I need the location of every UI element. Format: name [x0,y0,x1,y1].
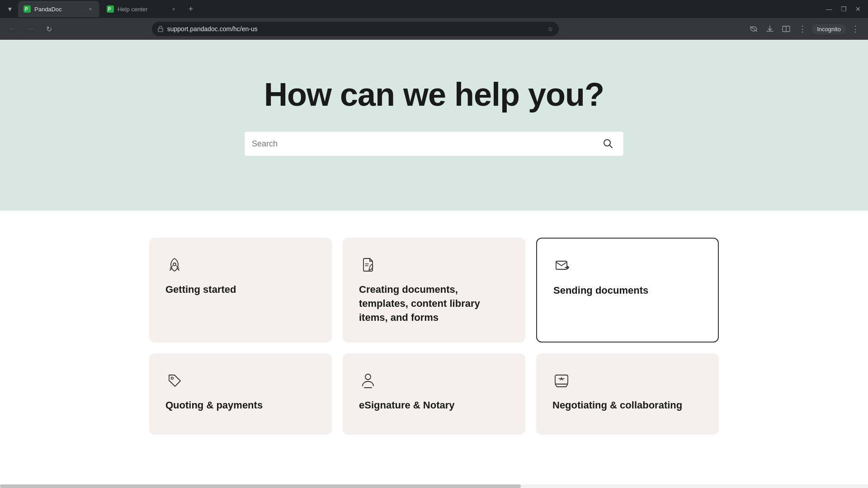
search-input[interactable] [252,139,594,149]
bottom-scrollbar[interactable] [0,484,868,488]
tab-helpcenter-close[interactable]: × [170,5,177,13]
tab-bar: ▼ P PandaDoc × P Help center × [0,0,868,18]
card-esignature-notary[interactable]: eSignature & Notary [343,353,525,435]
cards-grid: Getting started Creating documents, temp… [149,238,719,435]
address-bar: ← → ↻ support.pandadoc.com/hc/en-us ☆ [0,18,868,40]
close-button[interactable]: ✕ [852,3,864,15]
svg-text:P: P [25,7,28,12]
svg-line-5 [750,26,757,32]
card-getting-started[interactable]: Getting started [149,238,332,343]
more-tools-icon[interactable]: ⋮ [795,22,810,36]
card-sending-documents-title: Sending documents [553,284,702,298]
tab-helpcenter[interactable]: P Help center × [101,1,183,17]
tag-icon [165,371,184,389]
profile-button[interactable]: Incognito [811,24,846,34]
card-creating-documents-title: Creating documents, templates, content l… [359,283,509,324]
svg-rect-4 [158,28,163,32]
window-controls: — ❐ ✕ [823,3,864,15]
forward-button[interactable]: → [24,22,38,36]
card-negotiating-collaborating-title: Negotiating & collaborating [552,399,703,413]
page-content: How can we help you? [0,40,868,453]
back-button[interactable]: ← [5,22,20,36]
card-getting-started-title: Getting started [165,283,316,297]
svg-text:P: P [108,7,111,12]
svg-point-10 [173,263,176,266]
collaborate-icon [552,371,571,389]
tab-pandadoc[interactable]: P PandaDoc × [18,1,99,17]
esignature-icon [359,371,377,389]
new-tab-button[interactable]: + [184,3,197,15]
security-icon [157,26,164,32]
tab-helpcenter-label: Help center [118,6,166,13]
document-edit-icon [359,256,377,274]
url-text: support.pandadoc.com/hc/en-us [167,25,544,33]
svg-point-16 [365,374,371,380]
card-creating-documents[interactable]: Creating documents, templates, content l… [343,238,525,343]
svg-line-9 [610,145,613,148]
svg-point-15 [171,377,174,380]
cards-section: Getting started Creating documents, temp… [0,211,868,453]
tab-nav-dropdown[interactable]: ▼ [4,3,16,15]
browser-chrome: ▼ P PandaDoc × P Help center × [0,0,868,40]
tab-helpcenter-favicon: P [107,5,114,13]
search-bar[interactable] [244,131,624,156]
card-quoting-payments-title: Quoting & payments [165,399,316,413]
refresh-button[interactable]: ↻ [42,22,56,36]
hide-icon[interactable] [746,22,761,36]
card-esignature-notary-title: eSignature & Notary [359,399,509,413]
toolbar-icons: ⋮ Incognito ⋮ [746,22,863,36]
tab-pandadoc-close[interactable]: × [87,5,94,13]
minimize-button[interactable]: — [823,3,835,15]
tab-pandadoc-label: PandaDoc [34,6,83,13]
url-bar[interactable]: support.pandadoc.com/hc/en-us ☆ [152,22,559,36]
hero-section: How can we help you? [0,40,868,211]
maximize-button[interactable]: ❐ [837,3,850,15]
rocket-icon [165,256,184,274]
card-sending-documents[interactable]: Sending documents [536,238,719,343]
card-negotiating-collaborating[interactable]: Negotiating & collaborating [536,353,719,435]
tab-pandadoc-favicon: P [24,5,31,13]
star-icon[interactable]: ☆ [547,25,553,33]
scrollbar-thumb[interactable] [0,484,521,488]
search-button[interactable] [600,136,616,152]
email-send-icon [553,257,571,275]
svg-rect-18 [555,375,568,384]
hero-title: How can we help you? [264,76,604,113]
extensions-icon[interactable]: ⋮ [848,22,863,36]
split-view-icon[interactable] [779,22,793,36]
card-quoting-payments[interactable]: Quoting & payments [149,353,332,435]
download-icon[interactable] [763,22,777,36]
